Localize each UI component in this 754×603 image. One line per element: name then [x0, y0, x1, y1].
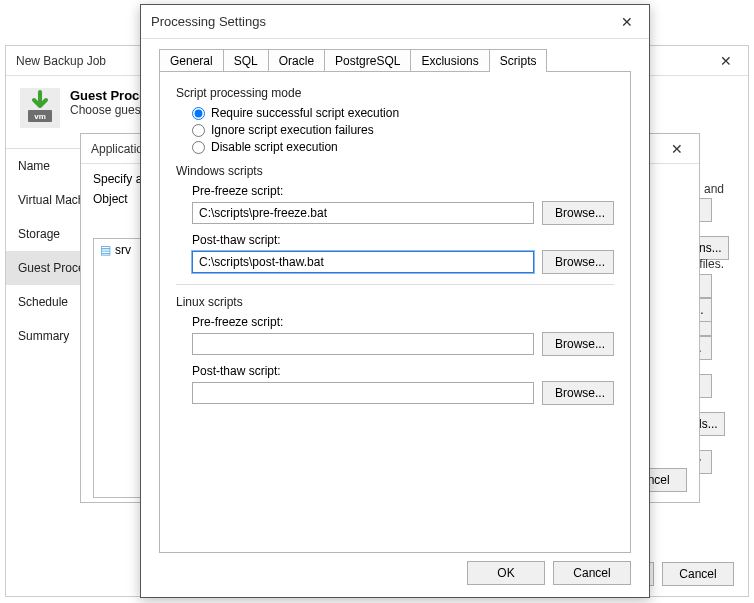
- list-item-label: srv: [115, 243, 131, 257]
- separator: [176, 284, 614, 285]
- column-header: Object: [93, 192, 143, 206]
- tab-scripts[interactable]: Scripts: [489, 49, 548, 72]
- window-title: Processing Settings: [151, 14, 615, 29]
- vm-download-icon: vm: [20, 88, 60, 128]
- win-post-label: Post-thaw script:: [192, 233, 614, 247]
- tab-exclusions[interactable]: Exclusions: [410, 49, 489, 72]
- bg-cancel-button[interactable]: Cancel: [662, 562, 734, 586]
- tab-general[interactable]: General: [159, 49, 224, 72]
- radio-label: Require successful script execution: [211, 106, 399, 120]
- browse-button[interactable]: Browse...: [542, 250, 614, 274]
- browse-button[interactable]: Browse...: [542, 332, 614, 356]
- lin-post-thaw-input[interactable]: [192, 382, 534, 404]
- win-pre-label: Pre-freeze script:: [192, 184, 614, 198]
- lin-post-label: Post-thaw script:: [192, 364, 614, 378]
- tab-postgresql[interactable]: PostgreSQL: [324, 49, 411, 72]
- radio-input[interactable]: [192, 124, 205, 137]
- radio-label: Disable script execution: [211, 140, 338, 154]
- browse-button[interactable]: Browse...: [542, 381, 614, 405]
- radio-input[interactable]: [192, 107, 205, 120]
- win-pre-freeze-input[interactable]: [192, 202, 534, 224]
- tab-oracle[interactable]: Oracle: [268, 49, 325, 72]
- close-icon[interactable]: ✕: [615, 14, 639, 30]
- titlebar: Processing Settings ✕: [141, 5, 649, 39]
- close-icon[interactable]: ✕: [665, 141, 689, 157]
- tab-sql[interactable]: SQL: [223, 49, 269, 72]
- scripts-panel: Script processing mode Require successfu…: [159, 71, 631, 553]
- tabs: General SQL Oracle PostgreSQL Exclusions…: [141, 39, 649, 72]
- mode-require-success[interactable]: Require successful script execution: [192, 106, 614, 120]
- ok-button[interactable]: OK: [467, 561, 545, 585]
- browse-button[interactable]: Browse...: [542, 201, 614, 225]
- radio-label: Ignore script execution failures: [211, 123, 374, 137]
- win-post-thaw-input[interactable]: [192, 251, 534, 273]
- specify-label: Specify application-aware processing set…: [93, 172, 143, 186]
- windows-scripts-label: Windows scripts: [176, 164, 614, 178]
- vm-icon: ▤: [100, 243, 111, 257]
- mode-ignore-failures[interactable]: Ignore script execution failures: [192, 123, 614, 137]
- linux-scripts-label: Linux scripts: [176, 295, 614, 309]
- lin-pre-freeze-input[interactable]: [192, 333, 534, 355]
- lin-pre-label: Pre-freeze script:: [192, 315, 614, 329]
- radio-input[interactable]: [192, 141, 205, 154]
- svg-text:vm: vm: [34, 112, 46, 121]
- processing-settings-window: Processing Settings ✕ General SQL Oracle…: [140, 4, 650, 598]
- mode-disable[interactable]: Disable script execution: [192, 140, 614, 154]
- mode-group-label: Script processing mode: [176, 86, 614, 100]
- close-icon[interactable]: ✕: [714, 53, 738, 69]
- cancel-button[interactable]: Cancel: [553, 561, 631, 585]
